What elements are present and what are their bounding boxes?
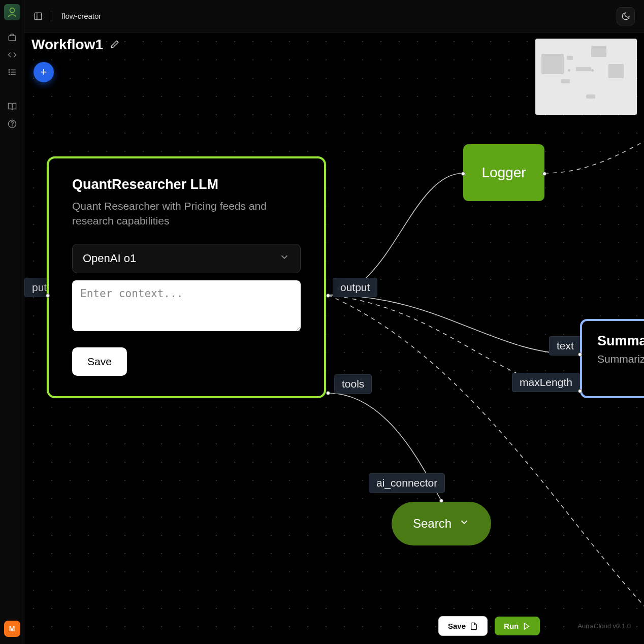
svg-rect-10: [35, 13, 42, 20]
panel-toggle-icon[interactable]: [34, 12, 43, 21]
svg-point-5: [9, 70, 10, 71]
search-title: Search: [413, 517, 452, 531]
port-logger-in[interactable]: [461, 172, 465, 176]
add-node-button[interactable]: +: [34, 62, 54, 82]
logger-title: Logger: [481, 165, 526, 181]
port-input[interactable]: [46, 294, 50, 298]
node-quant-researcher[interactable]: QuantResearcher LLM Quant Researcher wit…: [47, 156, 326, 398]
svg-point-0: [10, 8, 14, 13]
model-select-value: OpenAI o1: [83, 252, 136, 265]
run-button[interactable]: Run: [495, 617, 540, 635]
node-save-button[interactable]: Save: [72, 347, 127, 376]
port-ai-connector-label: ai_connector: [369, 473, 445, 493]
canvas[interactable]: Workflow1 + put output tools: [24, 33, 644, 644]
save-button[interactable]: Save: [438, 616, 488, 636]
run-button-label: Run: [504, 622, 519, 630]
chevron-down-icon: [279, 251, 290, 266]
port-tools[interactable]: [326, 391, 330, 395]
briefcase-icon[interactable]: [7, 33, 17, 43]
moon-icon: [621, 12, 630, 21]
code-icon[interactable]: [7, 50, 17, 60]
help-icon[interactable]: [7, 119, 17, 129]
node-logger[interactable]: Logger: [463, 144, 544, 201]
summarize-description: Summarize: [597, 353, 644, 365]
workflow-title: Workflow1: [31, 37, 103, 53]
top-bar: flow-creator: [24, 0, 644, 33]
svg-marker-12: [525, 623, 529, 629]
theme-toggle-button[interactable]: [617, 7, 635, 25]
save-button-label: Save: [448, 622, 466, 630]
port-tools-label: tools: [334, 374, 372, 394]
summarize-title: Summari: [597, 333, 644, 349]
list-icon[interactable]: [7, 67, 17, 77]
context-input[interactable]: [72, 280, 301, 331]
bottom-bar: Save Run AurraCloud v0.1.0: [24, 608, 644, 644]
svg-point-9: [12, 125, 12, 126]
port-maxlength[interactable]: [578, 389, 582, 393]
port-output[interactable]: [326, 294, 330, 298]
port-text[interactable]: [578, 352, 582, 357]
node-summarize[interactable]: Summari Summarize: [580, 319, 644, 398]
book-icon[interactable]: [7, 102, 17, 112]
svg-point-6: [9, 72, 10, 73]
port-text-label: text: [549, 336, 582, 356]
version-label: AurraCloud v0.1.0: [577, 622, 631, 630]
model-select[interactable]: OpenAI o1: [72, 244, 301, 273]
user-avatar[interactable]: M: [4, 621, 20, 637]
edit-icon[interactable]: [110, 40, 120, 50]
node-description: Quant Researcher with Pricing feeds and …: [72, 199, 301, 229]
node-title: QuantResearcher LLM: [72, 177, 301, 192]
breadcrumb[interactable]: flow-creator: [61, 12, 101, 20]
port-maxlength-label: maxLength: [512, 373, 580, 392]
play-icon: [523, 622, 531, 630]
svg-rect-1: [9, 36, 16, 41]
svg-point-7: [9, 74, 10, 75]
port-output-label: output: [333, 278, 377, 297]
chevron-down-icon: [459, 517, 470, 531]
minimap[interactable]: [535, 39, 637, 115]
app-logo[interactable]: [4, 4, 20, 20]
port-logger-out[interactable]: [542, 172, 546, 176]
node-search[interactable]: Search: [392, 502, 491, 545]
left-rail: M: [0, 0, 24, 644]
file-icon: [470, 622, 478, 630]
divider: [52, 11, 52, 22]
port-ai-connector[interactable]: [439, 499, 443, 503]
